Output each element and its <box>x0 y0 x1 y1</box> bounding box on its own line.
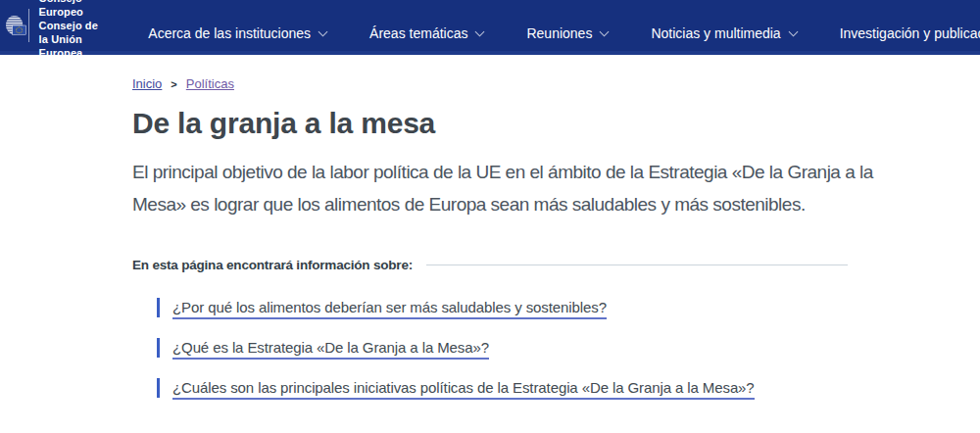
council-logo[interactable]: Consejo Europeo Consejo de la Unión Euro… <box>5 0 109 60</box>
main-nav: Acerca de las instituciones Áreas temáti… <box>148 25 980 41</box>
nav-item-label: Investigación y publicaciones <box>840 25 980 41</box>
chevron-down-icon <box>600 26 610 36</box>
breadcrumb-link-politicas[interactable]: Políticas <box>186 76 234 91</box>
toc-label: En esta página encontrará información so… <box>132 258 413 272</box>
chevron-down-icon <box>318 26 328 36</box>
breadcrumb-link-inicio[interactable]: Inicio <box>132 76 162 91</box>
list-item: ¿Cuáles son las principales iniciativas … <box>157 378 848 398</box>
nav-item-label: Acerca de las instituciones <box>148 25 311 41</box>
toc-header: En esta página encontrará información so… <box>132 258 848 272</box>
nav-item-noticias[interactable]: Noticias y multimedia <box>651 25 796 41</box>
toc-link-iniciativas-politicas[interactable]: ¿Cuáles son las principales iniciativas … <box>172 379 755 400</box>
nav-item-label: Reuniones <box>526 25 592 41</box>
breadcrumb-separator: > <box>171 78 176 90</box>
chevron-down-icon <box>788 26 798 36</box>
logo-text: Consejo Europeo Consejo de la Unión Euro… <box>39 0 110 60</box>
page-title: De la granja a la mesa <box>132 107 848 140</box>
logo-line-2: Consejo de la Unión Europea <box>39 19 110 60</box>
council-sphere-eu-flag-icon <box>5 2 26 49</box>
toc-divider-line <box>426 265 848 265</box>
site-header: Consejo Europeo Consejo de la Unión Euro… <box>0 0 980 55</box>
breadcrumb: Inicio > Políticas <box>132 76 848 91</box>
nav-item-investigacion[interactable]: Investigación y publicaciones <box>840 25 980 41</box>
nav-item-reuniones[interactable]: Reuniones <box>526 25 608 41</box>
list-item: ¿Qué es la Estrategia «De la Granja a la… <box>157 338 848 358</box>
toc-link-que-es-estrategia[interactable]: ¿Qué es la Estrategia «De la Granja a la… <box>172 339 489 360</box>
lead-paragraph: El principal objetivo de la labor políti… <box>132 156 882 220</box>
list-item: ¿Por qué los alimentos deberían ser más … <box>157 298 848 317</box>
nav-item-areas-tematicas[interactable]: Áreas temáticas <box>369 25 483 41</box>
logo-line-1: Consejo Europeo <box>39 0 110 19</box>
toc-list: ¿Por qué los alimentos deberían ser más … <box>157 298 848 398</box>
nav-item-label: Áreas temáticas <box>369 25 467 41</box>
toc-link-saludables-sostenibles[interactable]: ¿Por qué los alimentos deberían ser más … <box>172 299 607 319</box>
main-content: Inicio > Políticas De la granja a la mes… <box>132 55 848 398</box>
chevron-down-icon <box>475 26 485 36</box>
nav-item-instituciones[interactable]: Acerca de las instituciones <box>148 25 326 41</box>
nav-item-label: Noticias y multimedia <box>651 25 780 41</box>
